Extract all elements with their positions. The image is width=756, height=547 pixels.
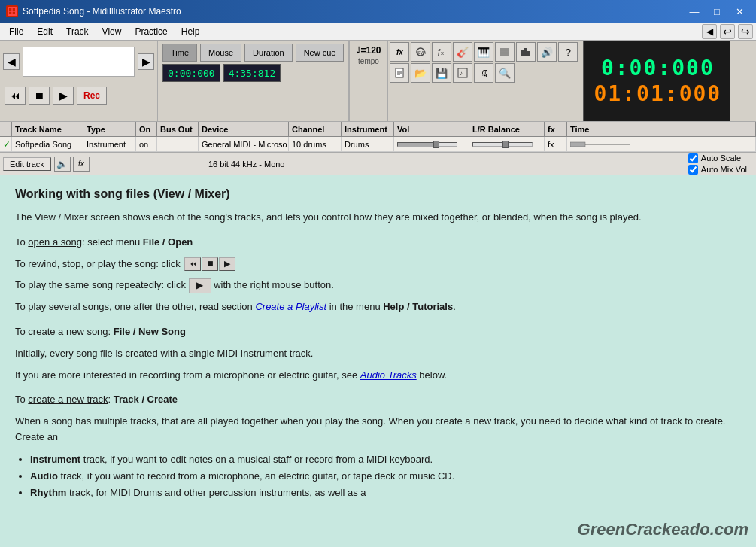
duration-button[interactable]: Duration xyxy=(244,44,293,62)
fx-icon-button[interactable]: fx xyxy=(390,42,409,62)
track-fx-button[interactable]: fx xyxy=(73,157,90,172)
content-area[interactable]: Working with song files (View / Mixer) T… xyxy=(0,175,756,547)
svg-text:sync: sync xyxy=(417,50,426,56)
playback-controls: ⏮ ⏹ ▶ Rec xyxy=(0,82,157,109)
back-arrow[interactable]: ◀ xyxy=(702,24,717,39)
time-button[interactable]: Time xyxy=(162,44,197,62)
svg-rect-13 xyxy=(524,48,527,56)
track-time-cell xyxy=(567,137,756,151)
audio-tracks-link[interactable]: Audio Tracks xyxy=(360,369,417,381)
record-button[interactable]: Rec xyxy=(77,87,107,105)
edit-track-left: Edit track 🔈 fx xyxy=(3,154,202,173)
track-type-cell: Instrument xyxy=(83,137,136,151)
edit-track-button[interactable]: Edit track xyxy=(3,157,51,171)
audio-info-label: 16 bit 44 kHz - Mono xyxy=(202,160,285,169)
col-vol: Vol xyxy=(394,122,469,136)
transport-buttons-inline: ⏮ ⏹ ▶ xyxy=(184,257,235,271)
search-icon-button[interactable]: 🔍 xyxy=(495,63,515,83)
duration-value-display: 4:35:812 xyxy=(223,64,281,82)
bullet-rhythm: Rhythm track, for MIDI Drums and other p… xyxy=(30,485,741,501)
menu-help[interactable]: Help xyxy=(175,25,206,38)
audio-continued: r tape deck or music CD. xyxy=(347,470,454,482)
track-instrument-cell: Drums xyxy=(342,137,394,151)
track-balance-cell xyxy=(469,137,545,151)
doc-icon-button[interactable] xyxy=(390,63,409,83)
edit-track-section: Edit track 🔈 fx 16 bit 44 kHz - Mono Aut… xyxy=(0,152,756,175)
track-nav-list[interactable] xyxy=(23,47,135,77)
inline-play-button[interactable]: ▶ xyxy=(219,257,235,271)
help-tutorials-text: Help / Tutorials xyxy=(383,301,453,312)
title-bar: Softpedia Song - MidiIllustrator Maestro… xyxy=(0,0,756,23)
minimize-button[interactable]: — xyxy=(684,3,705,20)
auto-section: Auto Scale Auto Mix Vol xyxy=(682,152,753,176)
rewind-button[interactable]: ⏮ xyxy=(5,87,26,105)
staff-icon-button[interactable] xyxy=(495,42,515,62)
para-4: To play the same song repeatedly: click … xyxy=(15,278,741,293)
nav-right-button[interactable]: ▶ xyxy=(138,53,154,70)
track-row[interactable]: ✓ Softpedia Song Instrument on General M… xyxy=(0,137,756,152)
question-icon-button[interactable]: ? xyxy=(558,42,578,62)
tuner-icon-button[interactable]: 🎸 xyxy=(453,42,472,62)
content-header: Working with song files (View / Mixer) xyxy=(15,187,741,210)
redo-arrow[interactable]: ↪ xyxy=(738,24,753,39)
track-fx: fx xyxy=(548,140,554,149)
para-7: Initially, every song file is created wi… xyxy=(15,346,741,362)
time-controls-section: Time Mouse Duration New cue 0:00:000 4:3… xyxy=(158,41,349,121)
rhythm-label: Rhythm xyxy=(30,487,66,498)
newcue-button[interactable]: New cue xyxy=(296,44,345,62)
inline-rewind-button[interactable]: ⏮ xyxy=(184,257,201,271)
menu-edit[interactable]: Edit xyxy=(31,25,59,38)
menu-track[interactable]: Track xyxy=(60,25,95,38)
track-instrument: Drums xyxy=(345,140,369,149)
volume-icon-button[interactable]: 🔊 xyxy=(537,42,557,62)
para-6: To create a new song: File / New Song xyxy=(15,324,741,340)
undo-arrow[interactable]: ↩ xyxy=(720,24,735,39)
watermark: GreenCrackeado.com xyxy=(578,520,748,539)
print-icon-button[interactable]: 🖨 xyxy=(474,63,493,83)
menu-file[interactable]: File xyxy=(3,25,29,38)
para-9: To create a new track: Track / Create xyxy=(15,392,741,408)
sync-icon-button[interactable]: sync xyxy=(411,42,430,62)
title-bar-left: Softpedia Song - MidiIllustrator Maestro xyxy=(6,5,181,17)
new-song-link[interactable]: create a new song xyxy=(28,326,108,337)
menu-view[interactable]: View xyxy=(96,25,128,38)
menu-practice[interactable]: Practice xyxy=(129,25,173,38)
equalizer-icon-button[interactable] xyxy=(516,42,536,62)
auto-scale-label: Auto Scale xyxy=(701,153,741,163)
nav-area: ◀ ▶ xyxy=(0,41,157,82)
inline-stop-button[interactable]: ⏹ xyxy=(202,257,218,271)
playlist-link[interactable]: Create a Playlist xyxy=(255,301,326,312)
col-trackname xyxy=(0,122,12,136)
tempo-section: ♩=120 tempo xyxy=(349,41,387,121)
stop-button[interactable]: ⏹ xyxy=(29,87,50,105)
mouse-button[interactable]: Mouse xyxy=(200,44,241,62)
function-icon-button[interactable]: ƒx xyxy=(432,42,451,62)
para-2: To open a song: select menu File / Open xyxy=(15,235,741,251)
auto-mix-checkbox[interactable] xyxy=(688,165,698,175)
play-button[interactable]: ▶ xyxy=(53,87,74,105)
tempo-label: tempo xyxy=(358,57,379,65)
restore-button[interactable]: □ xyxy=(706,3,727,20)
col-balance: L/R Balance xyxy=(469,122,545,136)
auto-scale-checkbox[interactable] xyxy=(688,153,698,163)
auto-scale-check[interactable]: Auto Scale xyxy=(688,153,747,163)
svg-rect-22 xyxy=(570,142,585,147)
piano-icon-button[interactable]: 🎹 xyxy=(474,42,493,62)
track-device: General MIDI - Microso xyxy=(202,140,287,149)
new-track-link[interactable]: create a new track xyxy=(28,394,108,405)
open-song-link[interactable]: open a song xyxy=(28,236,82,248)
tempo-display[interactable]: ♩=120 xyxy=(356,45,381,56)
speaker-controls: 🔈 fx xyxy=(54,157,90,172)
track-busout-cell xyxy=(157,137,199,151)
open-icon-button[interactable]: 📂 xyxy=(411,63,430,83)
close-button[interactable]: ✕ xyxy=(729,3,750,20)
mute-button[interactable]: 🔈 xyxy=(54,157,71,172)
inline-repeat-button[interactable]: ▶ xyxy=(189,278,211,293)
export-icon-button[interactable]: ♪ xyxy=(453,63,472,83)
clock-line-1: 0:00:000 xyxy=(601,56,715,81)
track-types-list: Instrument track, if you want to edit no… xyxy=(30,451,741,501)
save-icon-button[interactable]: 💾 xyxy=(432,63,451,83)
auto-mix-check[interactable]: Auto Mix Vol xyxy=(688,165,747,175)
audio-label: Audio xyxy=(30,470,58,482)
nav-left-button[interactable]: ◀ xyxy=(3,53,20,70)
